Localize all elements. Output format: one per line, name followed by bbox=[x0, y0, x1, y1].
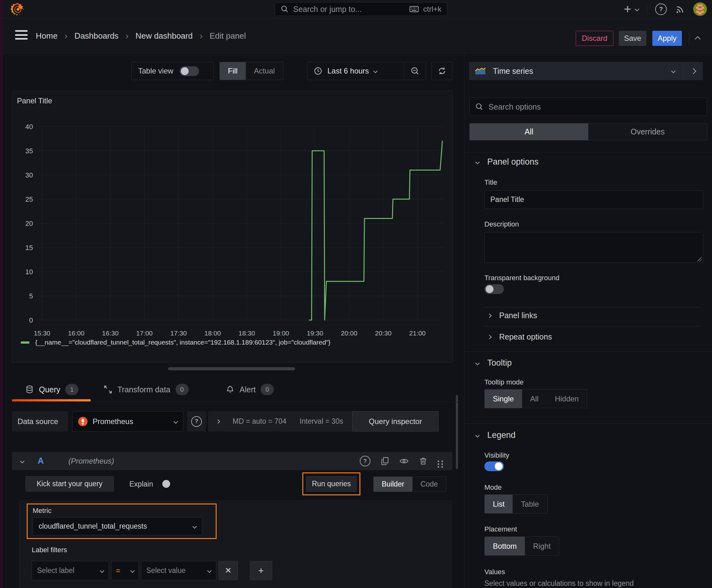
data-source-picker[interactable]: Prometheus bbox=[72, 411, 184, 432]
query-ref-id: A bbox=[38, 456, 44, 466]
search-placeholder: Search or jump to... bbox=[293, 5, 405, 14]
chart-panel[interactable]: 15:3016:0016:3017:0017:3018:0018:3019:00… bbox=[12, 91, 453, 363]
tab-query[interactable]: Query 1 bbox=[25, 379, 79, 400]
viz-type-label: Time series bbox=[493, 67, 672, 76]
refresh-button[interactable] bbox=[431, 62, 452, 80]
remove-filter-button[interactable]: ✕ bbox=[218, 561, 238, 580]
tooltip-mode-hidden[interactable]: Hidden bbox=[546, 390, 587, 408]
datasource-help-button[interactable]: ? bbox=[187, 411, 206, 432]
transform-icon bbox=[104, 385, 112, 394]
options-sidebar: Time series Search options All Overrides… bbox=[464, 54, 712, 588]
new-menu-button[interactable] bbox=[623, 4, 639, 14]
kick-start-query-button[interactable]: Kick start your query bbox=[25, 476, 114, 491]
alert-count-badge: 0 bbox=[261, 384, 274, 395]
chevron-right-icon bbox=[690, 68, 696, 74]
svg-text:18:30: 18:30 bbox=[239, 330, 255, 337]
description-textarea[interactable] bbox=[484, 232, 703, 263]
breadcrumb-dashboards[interactable]: Dashboards bbox=[74, 31, 118, 41]
add-filter-button[interactable]: + bbox=[250, 561, 272, 580]
chevron-down-icon bbox=[192, 524, 197, 528]
transparent-background-label: Transparent background bbox=[484, 274, 559, 282]
apply-button[interactable]: Apply bbox=[652, 31, 682, 46]
zoom-out-icon[interactable] bbox=[404, 66, 426, 76]
transparent-background-toggle[interactable] bbox=[484, 284, 504, 294]
chevron-right-icon: › bbox=[126, 30, 129, 41]
placement-bottom[interactable]: Bottom bbox=[485, 537, 525, 555]
tab-all[interactable]: All bbox=[470, 123, 588, 140]
chevron-down-icon bbox=[100, 568, 104, 573]
clock-icon bbox=[314, 67, 322, 76]
user-avatar[interactable] bbox=[693, 2, 707, 16]
query-row-actions: ? bbox=[360, 452, 439, 470]
builder-option[interactable]: Builder bbox=[373, 477, 412, 491]
panel-resize-handle[interactable] bbox=[168, 367, 295, 370]
time-range-control: Last 6 hours bbox=[307, 62, 426, 80]
explain-label: Explain bbox=[129, 480, 153, 488]
tab-transform-label: Transform data bbox=[117, 385, 170, 394]
divider bbox=[464, 423, 712, 424]
news-rss-icon[interactable] bbox=[675, 4, 685, 14]
chevron-right-icon bbox=[216, 419, 220, 423]
legend-visibility-toggle[interactable] bbox=[484, 461, 504, 471]
save-button[interactable]: Save bbox=[619, 31, 646, 46]
all-overrides-switch: All Overrides bbox=[469, 123, 707, 141]
metric-select[interactable]: cloudflared_tunnel_total_requests bbox=[33, 517, 202, 535]
divider bbox=[689, 31, 689, 45]
scrollbar[interactable] bbox=[456, 395, 458, 469]
duplicate-icon[interactable] bbox=[381, 457, 389, 465]
svg-text:20:00: 20:00 bbox=[341, 330, 358, 337]
operator-dropdown[interactable]: = bbox=[111, 561, 139, 580]
fill-option[interactable]: Fill bbox=[220, 62, 246, 80]
legend-mode-table[interactable]: Table bbox=[513, 495, 547, 513]
chevron-down-icon bbox=[475, 160, 480, 164]
tab-overrides[interactable]: Overrides bbox=[588, 123, 707, 140]
panel-links-section[interactable]: Panel links bbox=[488, 311, 537, 320]
select-value-dropdown[interactable]: Select value bbox=[141, 561, 216, 580]
global-search-input[interactable]: Search or jump to... ctrl+k bbox=[275, 2, 447, 16]
visualization-picker[interactable]: Time series bbox=[469, 62, 703, 80]
help-icon[interactable]: ? bbox=[655, 3, 667, 15]
grafana-logo-icon[interactable] bbox=[11, 2, 25, 17]
legend-header: Legend bbox=[487, 430, 516, 440]
query-row-header[interactable]: A (Prometheus) ? bbox=[12, 452, 452, 470]
panel-title-input[interactable]: Panel Title bbox=[484, 190, 703, 209]
discard-button[interactable]: Discard bbox=[576, 31, 613, 46]
tooltip-section[interactable]: Tooltip bbox=[476, 358, 512, 368]
repeat-options-section[interactable]: Repeat options bbox=[488, 332, 552, 341]
placement-right[interactable]: Right bbox=[525, 537, 559, 555]
tooltip-mode-single[interactable]: Single bbox=[485, 390, 522, 408]
title-label: Title bbox=[484, 178, 497, 187]
tooltip-mode-all[interactable]: All bbox=[522, 390, 547, 408]
drag-handle-icon[interactable] bbox=[438, 460, 439, 462]
tab-alert[interactable]: Alert 0 bbox=[226, 379, 274, 400]
svg-text:19:00: 19:00 bbox=[273, 330, 289, 337]
operator-value: = bbox=[116, 566, 127, 575]
eye-icon[interactable] bbox=[399, 456, 409, 466]
help-icon[interactable]: ? bbox=[360, 456, 370, 466]
breadcrumb-new-dashboard[interactable]: New dashboard bbox=[136, 31, 193, 41]
panel-options-section[interactable]: Panel options bbox=[476, 157, 539, 167]
collapse-pane-button[interactable] bbox=[684, 69, 703, 73]
chevron-down-icon bbox=[671, 69, 675, 73]
table-view-toggle[interactable] bbox=[179, 66, 199, 76]
select-label-placeholder: Select label bbox=[37, 566, 96, 575]
legend-mode-list[interactable]: List bbox=[485, 495, 513, 513]
chart-legend[interactable]: {__name__="cloudflared_tunnel_total_requ… bbox=[21, 339, 330, 346]
divider bbox=[647, 3, 647, 15]
menu-icon[interactable] bbox=[15, 30, 28, 40]
chevron-down-icon bbox=[475, 361, 480, 365]
svg-text:40: 40 bbox=[25, 123, 33, 131]
search-options-input[interactable]: Search options bbox=[469, 98, 707, 116]
breadcrumb-home[interactable]: Home bbox=[36, 31, 58, 41]
run-queries-button[interactable]: Run queries bbox=[306, 476, 357, 491]
query-inspector-button[interactable]: Query inspector bbox=[352, 411, 438, 432]
legend-section[interactable]: Legend bbox=[476, 430, 516, 440]
trash-icon[interactable] bbox=[419, 457, 428, 465]
time-range-picker[interactable]: Last 6 hours bbox=[307, 67, 404, 76]
code-option[interactable]: Code bbox=[412, 477, 446, 491]
chevron-down-icon bbox=[373, 69, 377, 73]
resize-handle-icon[interactable] bbox=[697, 256, 702, 261]
select-label-dropdown[interactable]: Select label bbox=[32, 561, 109, 580]
tab-transform-data[interactable]: Transform data 0 bbox=[104, 379, 189, 400]
actual-option[interactable]: Actual bbox=[246, 62, 283, 80]
